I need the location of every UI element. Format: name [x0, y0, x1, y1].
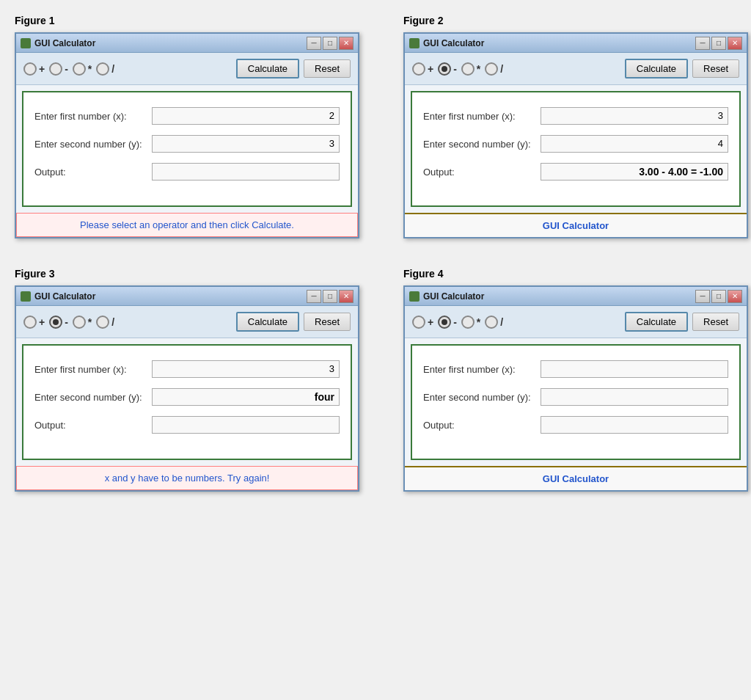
radio-item-3[interactable]: / [96, 316, 114, 329]
calculate-button[interactable]: Calculate [236, 59, 299, 79]
output-row: Output: [423, 416, 728, 434]
calculate-button[interactable]: Calculate [625, 59, 688, 79]
op-label-1: - [453, 63, 457, 75]
restore-btn[interactable]: □ [711, 37, 726, 50]
restore-btn[interactable]: □ [323, 37, 337, 50]
output-label: Output: [423, 167, 541, 178]
status-bar-4: GUI Calculator [405, 466, 747, 490]
restore-btn[interactable]: □ [323, 290, 337, 303]
output-input[interactable] [152, 416, 340, 434]
title-bar-buttons: ─□✕ [307, 37, 353, 50]
op-label-1: - [65, 316, 68, 328]
radio-circle-1[interactable] [438, 316, 451, 329]
status-bar-2: GUI Calculator [405, 213, 747, 237]
title-bar-buttons: ─□✕ [307, 290, 353, 303]
op-label-0: + [39, 63, 45, 75]
second-number-row: Enter second number (y): [423, 388, 728, 406]
radio-circle-3[interactable] [96, 316, 109, 329]
output-input[interactable] [541, 416, 728, 434]
output-row: Output: [34, 416, 340, 434]
reset-button[interactable]: Reset [304, 313, 351, 331]
figure-1-container: Figure 1GUI Calculator─□✕+-*/CalculateRe… [15, 15, 359, 238]
status-bar-1: Please select an operator and then click… [16, 213, 358, 237]
second-number-label: Enter second number (y): [34, 392, 152, 403]
output-input[interactable]: 3.00 - 4.00 = -1.00 [541, 163, 728, 181]
figure-4-container: Figure 4GUI Calculator─□✕+-*/CalculateRe… [403, 268, 748, 492]
first-number-input[interactable] [541, 360, 728, 378]
radio-circle-2[interactable] [461, 316, 475, 329]
radio-item-1[interactable]: - [49, 62, 68, 76]
output-input[interactable] [152, 163, 340, 181]
first-number-label: Enter first number (x): [423, 111, 541, 122]
radio-item-3[interactable]: / [96, 62, 114, 76]
figure-2-container: Figure 2GUI Calculator─□✕+-*/CalculateRe… [403, 15, 748, 238]
radio-circle-2[interactable] [73, 316, 86, 329]
close-btn[interactable]: ✕ [339, 37, 353, 50]
op-label-1: - [453, 316, 457, 328]
close-btn[interactable]: ✕ [728, 290, 742, 303]
radio-circle-1[interactable] [438, 62, 451, 76]
first-number-input[interactable]: 3 [541, 107, 728, 125]
op-label-1: - [65, 63, 68, 75]
first-number-input[interactable]: 3 [152, 360, 340, 378]
radio-item-2[interactable]: * [461, 316, 480, 329]
radio-circle-3[interactable] [96, 62, 109, 76]
radio-circle-3[interactable] [485, 316, 498, 329]
calculate-button[interactable]: Calculate [625, 312, 688, 332]
second-number-input[interactable]: four [152, 388, 340, 406]
reset-button[interactable]: Reset [692, 59, 739, 78]
toolbar-4: +-*/CalculateReset [405, 306, 747, 338]
output-label: Output: [34, 420, 152, 431]
main-content-1: Enter first number (x):2Enter second num… [22, 91, 352, 207]
radio-item-2[interactable]: * [73, 62, 92, 76]
reset-button[interactable]: Reset [304, 59, 351, 78]
title-bar-text: GUI Calculator [423, 291, 695, 302]
close-btn[interactable]: ✕ [339, 290, 353, 303]
second-number-row: Enter second number (y):3 [34, 135, 340, 153]
op-label-2: * [477, 316, 480, 328]
second-number-input[interactable]: 3 [152, 135, 340, 153]
restore-btn[interactable]: □ [711, 290, 726, 303]
reset-button[interactable]: Reset [692, 313, 739, 331]
radio-item-1[interactable]: - [49, 316, 68, 329]
radio-circle-0[interactable] [412, 62, 425, 76]
minimize-btn[interactable]: ─ [307, 37, 321, 50]
radio-item-3[interactable]: / [485, 316, 503, 329]
radio-item-3[interactable]: / [485, 62, 503, 76]
second-number-label: Enter second number (y): [423, 392, 541, 403]
close-btn[interactable]: ✕ [728, 37, 742, 50]
title-bar-buttons: ─□✕ [695, 290, 742, 303]
radio-item-1[interactable]: - [438, 316, 457, 329]
radio-item-1[interactable]: - [438, 62, 457, 76]
radio-circle-0[interactable] [412, 316, 425, 329]
radio-circle-0[interactable] [23, 316, 37, 329]
radio-item-0[interactable]: + [412, 316, 433, 329]
second-number-label: Enter second number (y): [34, 139, 152, 150]
radio-item-0[interactable]: + [23, 316, 45, 329]
second-number-row: Enter second number (y):four [34, 388, 340, 406]
minimize-btn[interactable]: ─ [695, 290, 710, 303]
minimize-btn[interactable]: ─ [695, 37, 710, 50]
figure-1-label: Figure 1 [15, 15, 359, 26]
minimize-btn[interactable]: ─ [307, 290, 321, 303]
second-number-row: Enter second number (y):4 [423, 135, 728, 153]
calc-window-1: GUI Calculator─□✕+-*/CalculateResetEnter… [15, 32, 359, 238]
output-row: Output: [34, 163, 340, 181]
radio-circle-1[interactable] [49, 62, 62, 76]
calculate-button[interactable]: Calculate [236, 312, 299, 332]
radio-item-0[interactable]: + [23, 62, 45, 76]
second-number-input[interactable] [541, 388, 728, 406]
radio-item-2[interactable]: * [73, 316, 92, 329]
radio-item-0[interactable]: + [412, 62, 433, 76]
radio-circle-0[interactable] [23, 62, 37, 76]
radio-circle-3[interactable] [485, 62, 498, 76]
first-number-input[interactable]: 2 [152, 107, 340, 125]
second-number-input[interactable]: 4 [541, 135, 728, 153]
radio-circle-2[interactable] [461, 62, 475, 76]
radio-item-2[interactable]: * [461, 62, 480, 76]
title-bar-text: GUI Calculator [34, 291, 307, 302]
title-bar-4: GUI Calculator─□✕ [405, 287, 747, 306]
radio-circle-2[interactable] [73, 62, 86, 76]
output-label: Output: [423, 420, 541, 431]
radio-circle-1[interactable] [49, 316, 62, 329]
